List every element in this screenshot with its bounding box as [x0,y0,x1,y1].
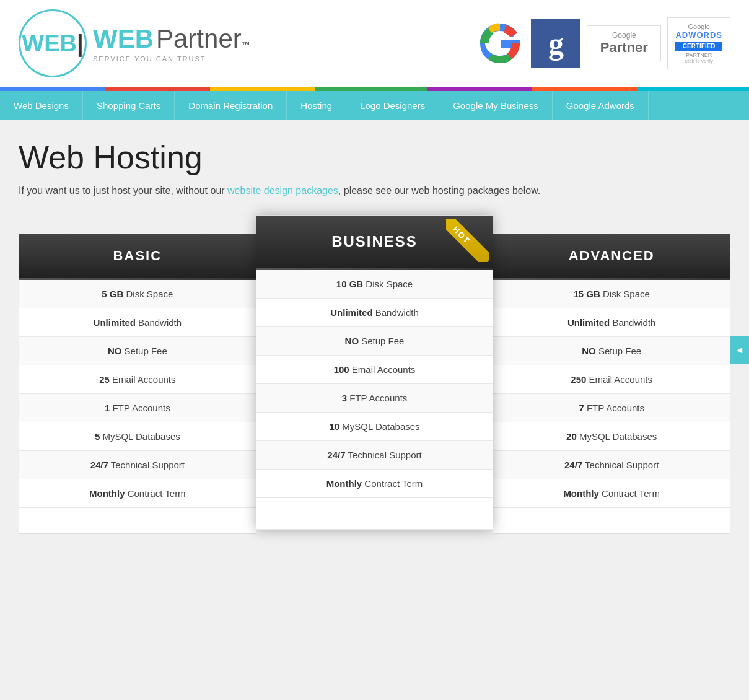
logo-inner: WEB| [22,30,83,57]
plan-basic-row-0: 5 GB Disk Space [19,280,256,308]
plan-advanced-row-4: 7 FTP Accounts [493,394,730,422]
nav-item-web-designs[interactable]: Web Designs [0,91,83,120]
adwords-sub: ADWORDS [675,30,722,40]
nav-item-logo-designers[interactable]: Logo Designers [346,91,439,120]
plan-business-row-2: NO Setup Fee [256,327,493,356]
certified-label: CERTIFIED [675,42,722,51]
plan-basic-row-2: NO Setup Fee [19,337,256,365]
plan-advanced-row-7: Monthly Contract Term [493,479,730,508]
plan-advanced: ADVANCED 15 GB Disk Space Unlimited Band… [493,234,730,534]
plan-advanced-row-2: NO Setup Fee [493,337,730,365]
plan-basic-row-6: 24/7 Technical Support [19,451,256,479]
google-partner-label: Google [612,31,636,40]
page-title: Web Hosting [19,139,730,176]
certified-sub: PARTNER [675,52,722,58]
plan-business-header: BUSINESS [256,216,493,268]
plan-business-row-1: Unlimited Bandwidth [256,299,493,327]
plan-advanced-row-6: 24/7 Technical Support [493,451,730,479]
nav-item-hosting[interactable]: Hosting [287,91,346,120]
plan-business-row-3: 100 Email Accounts [256,356,493,384]
logo-web-text: WEB [93,24,154,54]
logo-tm: ™ [242,40,250,50]
subtitle-link[interactable]: website design packages [227,185,338,196]
plan-basic-header: BASIC [19,234,256,278]
plan-business-row-6: 24/7 Technical Support [256,441,493,470]
logo-circle: WEB| [19,9,87,77]
certified-click: click to verify [675,58,722,64]
plan-business-row-0: 10 GB Disk Space [256,270,493,299]
logo-partner-text: Partner [156,24,242,54]
hot-badge [446,219,489,262]
logo-area: WEB| WEB Partner ™ SERVICE YOU CAN TRUST [19,9,250,77]
nav-item-google-my-business[interactable]: Google My Business [439,91,553,120]
logo-text-block: WEB Partner ™ SERVICE YOU CAN TRUST [93,24,250,63]
logo-partner: | [77,30,84,56]
logo-tagline: SERVICE YOU CAN TRUST [93,55,250,63]
nav-item-shopping-carts[interactable]: Shopping Carts [83,91,175,120]
plan-basic-cta [19,508,256,533]
plan-advanced-row-1: Unlimited Bandwidth [493,308,730,337]
plan-business: BUSINESS 10 GB Disk Space Unlimited Band… [256,215,494,530]
plan-advanced-row-0: 15 GB Disk Space [493,280,730,308]
header: WEB| WEB Partner ™ SERVICE YOU CAN TRUST [0,0,749,87]
main-content: Web Hosting If you want us to just host … [0,120,749,565]
plan-basic-row-4: 1 FTP Accounts [19,394,256,422]
plan-business-cta [256,498,493,530]
adwords-certified-badge: Google ADWORDS CERTIFIED PARTNER click t… [667,17,730,69]
pricing-table: BASIC 5 GB Disk Space Unlimited Bandwidt… [19,215,730,534]
google-partner-badge: Google Partner [587,25,661,61]
partner-logos: g Google Partner Google ADWORDS CERTIFIE… [475,17,730,69]
nav-item-domain-registration[interactable]: Domain Registration [175,91,287,120]
google-partner-text: Partner [600,40,648,56]
plan-advanced-row-5: 20 MySQL Databases [493,422,730,451]
plan-advanced-cta [493,508,730,533]
google-g-icon [475,19,525,68]
adwords-label: Google [675,23,722,30]
main-nav: Web Designs Shopping Carts Domain Regist… [0,91,749,120]
plan-advanced-row-3: 250 Email Accounts [493,365,730,394]
sidebar-tab[interactable]: ◀ [730,336,749,364]
plan-basic-row-3: 25 Email Accounts [19,365,256,394]
page-subtitle: If you want us to just host your site, w… [19,185,730,196]
plan-business-row-7: Monthly Contract Term [256,470,493,498]
plan-basic: BASIC 5 GB Disk Space Unlimited Bandwidt… [19,234,256,534]
plan-basic-row-1: Unlimited Bandwidth [19,308,256,337]
plan-business-row-4: 3 FTP Accounts [256,384,493,413]
plan-business-row-5: 10 MySQL Databases [256,413,493,441]
plan-basic-row-7: Monthly Contract Term [19,479,256,508]
plan-advanced-header: ADVANCED [493,234,730,278]
plan-basic-row-5: 5 MySQL Databases [19,422,256,451]
nav-item-google-adwords[interactable]: Google Adwords [553,91,649,120]
google-plus-icon: g [531,19,580,68]
logo-web: WEB [22,30,77,56]
